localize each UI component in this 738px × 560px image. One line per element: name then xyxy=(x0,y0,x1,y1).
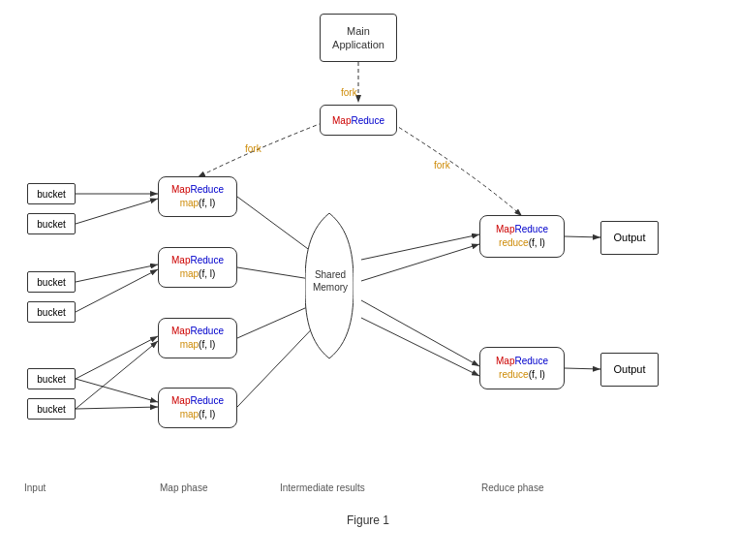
main-application-box: MainApplication xyxy=(320,14,397,62)
bucket-0-label: bucket xyxy=(37,188,65,201)
output-node-1-label: Output xyxy=(613,362,645,376)
reduce-node-0-label: MapReduce reduce(f, l) xyxy=(496,223,548,250)
figure-label: Figure 1 xyxy=(320,513,416,527)
map-node-0: MapReduce map(f, l) xyxy=(158,176,237,217)
mapreduce-top-box: MapReduce xyxy=(320,105,397,136)
output-node-1: Output xyxy=(600,353,659,387)
bucket-3: bucket xyxy=(27,301,76,323)
bucket-2-label: bucket xyxy=(37,276,65,289)
svg-line-17 xyxy=(361,300,479,366)
bucket-3-label: bucket xyxy=(37,306,65,319)
mapreduce-top-label: MapReduce xyxy=(332,114,384,127)
bucket-1-label: bucket xyxy=(37,218,65,231)
main-application-label: MainApplication xyxy=(332,24,384,52)
fork-label-1: fork xyxy=(341,87,357,98)
reduce-node-0: MapReduce reduce(f, l) xyxy=(479,215,565,258)
output-node-0-label: Output xyxy=(613,231,645,244)
output-node-0: Output xyxy=(600,221,659,255)
bucket-4: bucket xyxy=(27,368,76,389)
fork-label-3: fork xyxy=(434,160,450,171)
map-node-1: MapReduce map(f, l) xyxy=(158,247,237,288)
map-phase-label: Map phase xyxy=(160,482,207,493)
svg-line-9 xyxy=(76,379,158,402)
reduce-node-1-label: MapReduce reduce(f, l) xyxy=(496,355,548,382)
diagram-lines xyxy=(0,0,738,560)
map-node-1-label: MapReduce map(f, l) xyxy=(171,254,224,281)
svg-line-15 xyxy=(361,234,479,260)
bucket-4-label: bucket xyxy=(37,373,65,386)
svg-line-19 xyxy=(565,236,600,237)
diagram: MainApplication MapReduce fork fork fork… xyxy=(0,0,738,560)
map-node-3: MapReduce map(f, l) xyxy=(158,388,237,428)
bucket-2: bucket xyxy=(27,271,76,293)
map-node-3-label: MapReduce map(f, l) xyxy=(171,394,224,421)
svg-line-18 xyxy=(361,318,479,376)
svg-line-5 xyxy=(76,264,158,282)
map-node-2-label: MapReduce map(f, l) xyxy=(171,325,224,352)
svg-line-20 xyxy=(565,368,600,369)
reduce-phase-label: Reduce phase xyxy=(481,482,544,493)
reduce-node-1: MapReduce reduce(f, l) xyxy=(479,347,565,389)
bucket-5: bucket xyxy=(27,398,76,420)
intermediate-label: Intermediate results xyxy=(280,482,365,493)
svg-line-4 xyxy=(76,199,158,224)
map-node-2: MapReduce map(f, l) xyxy=(158,318,237,358)
svg-line-7 xyxy=(76,336,158,379)
map-node-0-label: MapReduce map(f, l) xyxy=(171,183,224,210)
shared-memory-label: SharedMemory xyxy=(298,268,362,294)
bucket-0: bucket xyxy=(27,183,76,204)
svg-line-8 xyxy=(76,341,158,409)
svg-line-16 xyxy=(361,244,479,281)
bucket-5-label: bucket xyxy=(37,403,65,416)
svg-line-10 xyxy=(76,407,158,409)
fork-label-2: fork xyxy=(245,143,261,154)
svg-line-6 xyxy=(76,269,158,312)
input-label: Input xyxy=(24,482,46,493)
bucket-1: bucket xyxy=(27,213,76,234)
